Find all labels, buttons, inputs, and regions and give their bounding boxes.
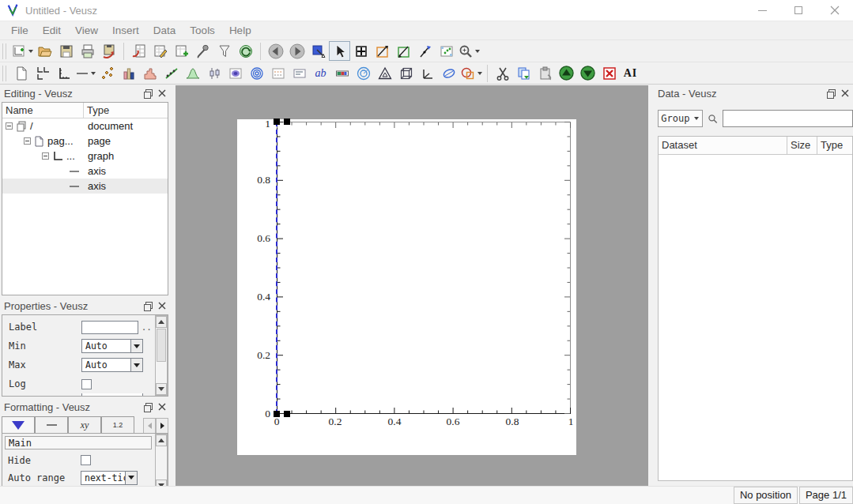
close-panel-icon[interactable]	[158, 403, 166, 411]
scroll-tool-button[interactable]	[308, 41, 329, 61]
chevron-down-icon[interactable]	[125, 472, 137, 484]
add-graph-button[interactable]	[53, 63, 74, 83]
reload-data-button[interactable]	[235, 41, 256, 61]
add-xy-button[interactable]	[96, 63, 118, 83]
menu-data[interactable]: Data	[146, 22, 183, 39]
move-up-button[interactable]	[556, 63, 577, 83]
add-grid-button[interactable]	[32, 63, 53, 83]
properties-scrollbar[interactable]	[155, 315, 168, 396]
auto-range-combo[interactable]: next-tick	[81, 471, 138, 485]
print-document-button[interactable]	[77, 41, 98, 61]
column-dataset[interactable]: Dataset	[659, 137, 787, 154]
group-button[interactable]: Group	[658, 110, 703, 127]
filter-data-button[interactable]	[213, 41, 235, 61]
pan-tool-button[interactable]	[350, 41, 372, 61]
tabs-scroll-left-icon[interactable]	[143, 418, 156, 434]
maximize-button[interactable]	[780, 0, 817, 21]
save-document-button[interactable]	[55, 41, 77, 61]
formatting-scrollbar[interactable]	[155, 434, 168, 492]
previous-page-button[interactable]	[265, 41, 286, 61]
view-whole-plot-button[interactable]	[436, 41, 457, 61]
menu-insert[interactable]: Insert	[105, 22, 146, 39]
add-polar-button[interactable]	[353, 63, 374, 83]
graph-widget[interactable]	[277, 122, 571, 414]
add-ternary-button[interactable]	[374, 63, 395, 83]
tree-row-document[interactable]: / document	[2, 118, 168, 134]
add-axis-button[interactable]	[74, 63, 96, 83]
close-button[interactable]	[817, 0, 853, 21]
axis-handle[interactable]	[284, 411, 290, 417]
open-document-button[interactable]	[34, 41, 55, 61]
dataset-search-input[interactable]	[723, 110, 853, 127]
float-panel-icon[interactable]	[827, 89, 835, 97]
add-image-button[interactable]	[225, 63, 246, 83]
column-size[interactable]: Size	[787, 137, 817, 154]
add-covariance-button[interactable]	[438, 63, 459, 83]
cut-button[interactable]	[492, 63, 513, 83]
scroll-up-icon[interactable]	[156, 316, 167, 328]
menu-view[interactable]: View	[68, 22, 105, 39]
add-text-label-button[interactable]: ab	[310, 63, 331, 83]
export-document-button[interactable]	[98, 41, 119, 61]
move-down-button[interactable]	[577, 63, 598, 83]
import-data-button[interactable]	[128, 41, 149, 61]
menu-file[interactable]: File	[4, 22, 36, 39]
axis-handle[interactable]	[284, 118, 290, 125]
create-data-button[interactable]	[171, 41, 192, 61]
add-page-button[interactable]	[10, 63, 32, 83]
tree-row-page[interactable]: pag... page	[2, 134, 168, 149]
menu-tools[interactable]: Tools	[183, 22, 222, 39]
tab-axis-label[interactable]: xy	[68, 416, 101, 434]
add-3d-scene-button[interactable]	[395, 63, 417, 83]
capture-data-button[interactable]	[192, 41, 213, 61]
copy-button[interactable]	[513, 63, 534, 83]
delete-button[interactable]	[598, 63, 620, 83]
add-histogram-button[interactable]	[139, 63, 160, 83]
select-tool-button[interactable]	[329, 41, 350, 61]
tabs-scroll-right-icon[interactable]	[156, 418, 168, 434]
close-panel-icon[interactable]	[158, 302, 166, 310]
tree-row-axis-x[interactable]: axis	[2, 164, 168, 179]
tree-column-name[interactable]: Name	[2, 103, 84, 118]
max-combo[interactable]: Auto	[81, 358, 143, 372]
add-label-button[interactable]	[289, 63, 310, 83]
label-edit-dots[interactable]: ..	[142, 322, 152, 333]
column-type[interactable]: Type	[817, 137, 852, 154]
collapse-icon[interactable]	[24, 137, 31, 145]
add-function-button[interactable]	[182, 63, 203, 83]
add-shape-button[interactable]	[459, 63, 483, 83]
rename-button[interactable]: AI	[620, 63, 641, 83]
menu-help[interactable]: Help	[222, 22, 259, 39]
plot-canvas[interactable]: 0 0.2 0.4 0.6 0.8 1 1 0.8 0.6 0.4 0.2 0	[176, 85, 648, 486]
scrollbar-thumb[interactable]	[157, 329, 166, 362]
log-checkbox[interactable]	[81, 379, 92, 389]
float-panel-icon[interactable]	[144, 302, 152, 310]
add-key-button[interactable]	[267, 63, 289, 83]
tab-tick-labels[interactable]: 1.2	[101, 416, 134, 434]
next-page-button[interactable]	[286, 41, 308, 61]
add-colorbar-button[interactable]	[331, 63, 353, 83]
add-fit-button[interactable]	[160, 63, 182, 83]
add-boxplot-button[interactable]	[203, 63, 225, 83]
add-contour-button[interactable]	[246, 63, 267, 83]
float-panel-icon[interactable]	[144, 89, 152, 97]
add-3d-graph-button[interactable]	[417, 63, 438, 83]
tree-row-axis-y[interactable]: axis	[2, 179, 168, 194]
zoom-axes-button[interactable]	[372, 41, 393, 61]
float-panel-icon[interactable]	[144, 403, 152, 411]
tab-main-formatting[interactable]	[2, 416, 35, 434]
new-document-button[interactable]	[10, 41, 34, 61]
scroll-up-icon[interactable]	[156, 434, 167, 446]
add-bar-button[interactable]	[118, 63, 139, 83]
tab-axis-line[interactable]	[35, 416, 68, 434]
chevron-down-icon[interactable]	[130, 340, 142, 352]
toolbar-drag-handle[interactable]	[2, 66, 6, 81]
zoom-menu-button[interactable]	[457, 41, 481, 61]
collapse-icon[interactable]	[6, 122, 13, 130]
scroll-down-icon[interactable]	[156, 383, 167, 395]
collapse-icon[interactable]	[42, 152, 49, 160]
tree-row-graph[interactable]: ... graph	[2, 149, 168, 164]
edit-data-button[interactable]	[149, 41, 171, 61]
zoom-out-axes-button[interactable]	[393, 41, 414, 61]
chevron-down-icon[interactable]	[130, 359, 142, 371]
